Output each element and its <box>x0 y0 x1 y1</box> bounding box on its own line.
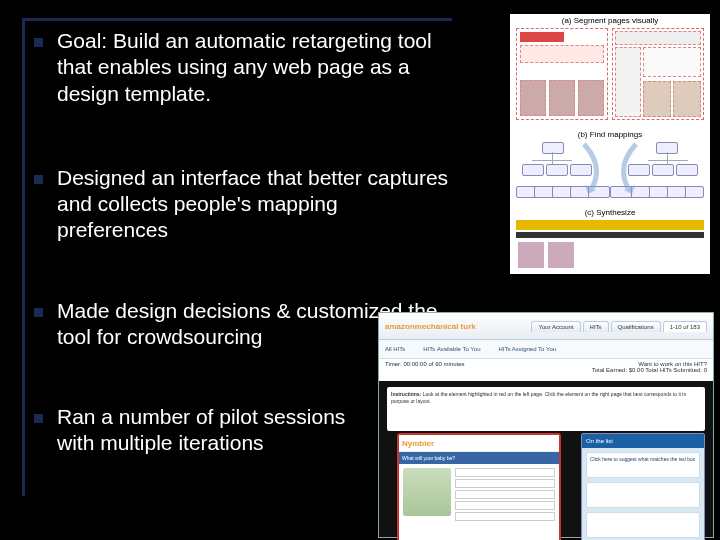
tab: Your Account <box>531 321 580 332</box>
meta-earn: Total Earned: $0.00 Total HITs Submitted… <box>592 367 707 373</box>
caption: What will your baby be? <box>399 452 559 464</box>
subnav-item: HITs Assigned To You <box>499 346 557 352</box>
synth-preview <box>516 220 704 270</box>
slide: Goal: Build an automatic retargeting too… <box>0 0 720 540</box>
caption-a: (a) Segment pages visually <box>510 16 710 25</box>
tab: Qualifications <box>611 321 661 332</box>
figure-mturk: amazonmechanical turk Your Account HITs … <box>378 312 714 538</box>
subnav-item: HITs Available To You <box>423 346 480 352</box>
bullet-item: Goal: Build an automatic retargeting too… <box>34 28 454 107</box>
timer: Timer: 00:00:00 of 60 minutes <box>385 361 465 383</box>
panel-row: Click here to suggest what matches the r… <box>586 452 700 478</box>
caption-b: (b) Find mappings <box>510 130 710 139</box>
mturk-logo: amazonmechanical turk <box>385 322 476 331</box>
panel-row <box>586 482 700 508</box>
bullet-square-icon <box>34 308 43 317</box>
subnav-item: All HITs <box>385 346 405 352</box>
target-panel: On the list Click here to suggest what m… <box>581 433 705 540</box>
page-thumb <box>612 28 704 120</box>
bullet-square-icon <box>34 414 43 423</box>
figure-pipeline: (a) Segment pages visually (b) Find mapp… <box>510 14 710 274</box>
bullet-text: Designed an interface that better captur… <box>57 165 454 244</box>
source-panel: Nymbler What will your baby be? <box>397 433 561 540</box>
rule-top <box>22 18 452 21</box>
caption-c: (c) Synthesize <box>510 208 710 217</box>
arrow-icon <box>578 142 604 196</box>
panel-title: On the list <box>582 434 704 448</box>
tab: HITs <box>583 321 609 332</box>
mturk-subnav: All HITs HITs Available To You HITs Assi… <box>379 340 713 359</box>
avatar-thumb <box>403 468 451 516</box>
arrow-icon <box>616 142 642 196</box>
mapping-tree <box>514 142 706 198</box>
mturk-tabs: Your Account HITs Qualifications 1-10 of… <box>531 321 707 332</box>
page-thumb <box>516 28 608 120</box>
brand: Nymbler <box>402 439 434 448</box>
bullet-text: Goal: Build an automatic retargeting too… <box>57 28 454 107</box>
pager: 1-10 of 183 <box>663 321 707 332</box>
segmentation-row <box>516 28 704 122</box>
bullet-text: Ran a number of pilot sessions with mult… <box>57 404 387 457</box>
bullet-square-icon <box>34 38 43 47</box>
bullet-square-icon <box>34 175 43 184</box>
mturk-header: amazonmechanical turk Your Account HITs … <box>379 313 713 340</box>
panel-row <box>586 512 700 538</box>
instructions: Instructions: Look at the element highli… <box>387 387 705 431</box>
bullet-item: Designed an interface that better captur… <box>34 165 454 244</box>
rule-left <box>22 18 25 496</box>
mturk-hit: Instructions: Look at the element highli… <box>379 381 713 537</box>
